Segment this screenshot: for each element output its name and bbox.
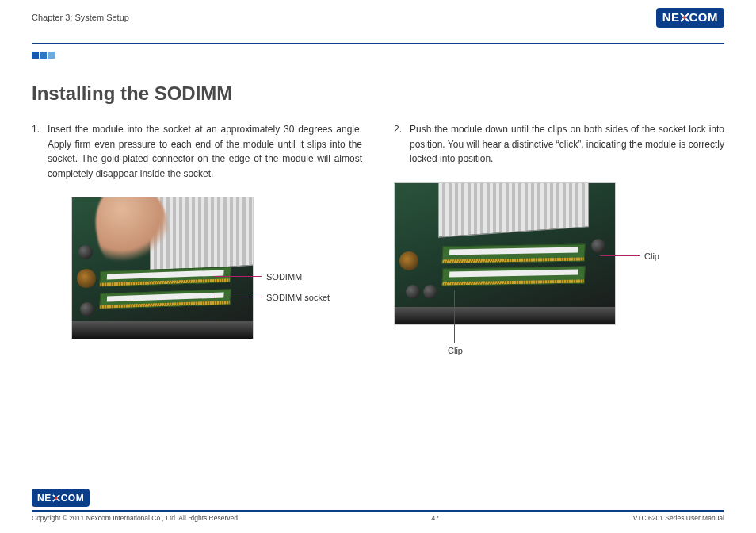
figure-1: SODIMM SODIMM socket: [32, 197, 362, 387]
step-2-number: 2.: [394, 122, 405, 167]
decorative-squares: [32, 48, 724, 62]
step-1-number: 1.: [32, 122, 43, 181]
logo-x: [680, 10, 689, 24]
photo-insert-sodimm: [71, 197, 254, 339]
left-column: 1. Insert the module into the socket at …: [32, 122, 362, 387]
step-2-text: Push the module down until the clips on …: [410, 122, 724, 167]
manual-name: VTC 6201 Series User Manual: [633, 514, 724, 522]
brand-logo-top: NECOM: [656, 8, 724, 28]
label-clip-right: Clip: [644, 250, 659, 263]
logo-part2: COM: [689, 10, 719, 24]
page-header: Chapter 3: System Setup NECOM: [32, 11, 724, 36]
page-title: Installing the SODIMM: [32, 82, 724, 105]
page-footer: NECOM Copyright © 2011 Nexcom Internatio…: [32, 489, 724, 522]
chapter-label: Chapter 3: System Setup: [32, 13, 129, 22]
footer-rule: [32, 510, 724, 512]
page-number: 47: [432, 514, 439, 522]
svg-point-0: [683, 16, 686, 19]
label-clip-bottom: Clip: [448, 344, 463, 358]
step-1-text: Insert the module into the socket at an …: [48, 122, 362, 181]
label-sodimm: SODIMM: [266, 270, 302, 284]
step-1: 1. Insert the module into the socket at …: [32, 122, 362, 181]
label-sodimm-socket: SODIMM socket: [266, 291, 330, 305]
right-column: 2. Push the module down until the clips …: [394, 122, 724, 387]
svg-point-1: [55, 497, 57, 499]
photo-locked-sodimm: [394, 182, 616, 325]
logo-part1: NE: [662, 10, 680, 24]
copyright-text: Copyright © 2011 Nexcom International Co…: [32, 514, 238, 522]
brand-logo-bottom: NECOM: [32, 489, 724, 507]
header-rule: [32, 43, 724, 44]
figure-2: Clip Clip: [394, 182, 724, 373]
step-2: 2. Push the module down until the clips …: [394, 122, 724, 167]
